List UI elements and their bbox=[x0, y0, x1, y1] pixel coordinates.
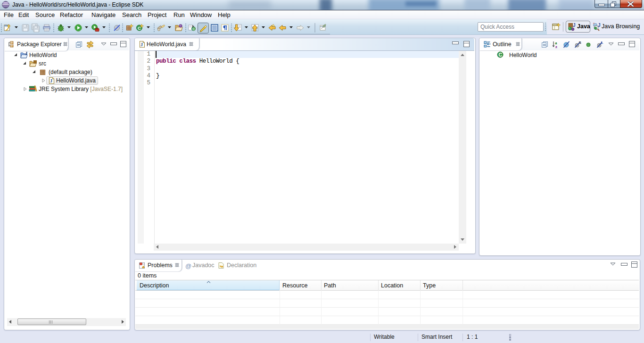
svg-text:J: J bbox=[50, 78, 52, 83]
svg-text:C: C bbox=[192, 27, 195, 31]
svg-text:J: J bbox=[25, 51, 28, 56]
svg-text:J: J bbox=[140, 42, 143, 47]
svg-text:C: C bbox=[498, 52, 502, 57]
svg-text:z: z bbox=[555, 44, 557, 49]
svg-text:J: J bbox=[573, 23, 576, 28]
svg-text:J: J bbox=[598, 23, 601, 28]
